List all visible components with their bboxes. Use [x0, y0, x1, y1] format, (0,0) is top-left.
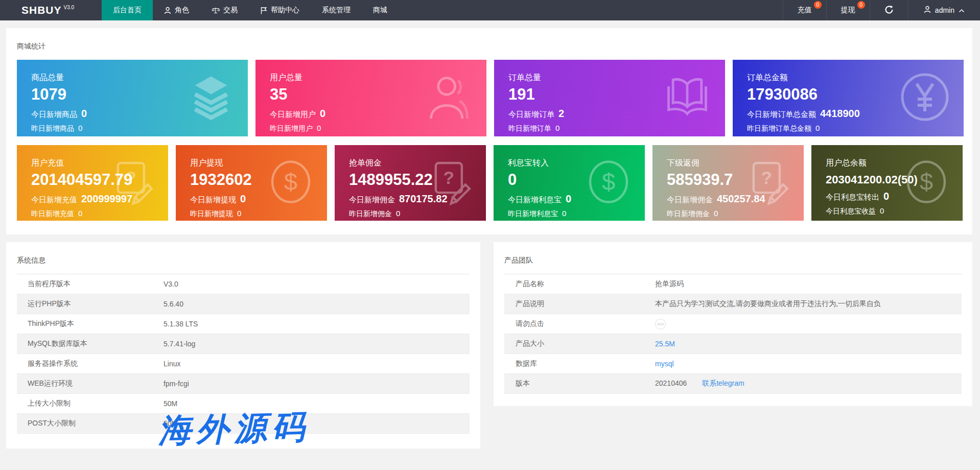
- stats-row-2: 用户充值 201404597.79 今日新增充值200999997 昨日新增充值…: [17, 145, 963, 221]
- layers-icon: [188, 72, 235, 125]
- scales-icon: [212, 7, 220, 14]
- 404-badge-icon[interactable]: 404: [655, 319, 666, 330]
- stat-card-user-recharge: 用户充值 201404597.79 今日新增充值200999997 昨日新增充值…: [17, 145, 168, 221]
- version-value: 20210406: [655, 379, 687, 387]
- stat-card-order-commission: 抢单佣金 1489955.22 今日新增佣金870175.82 昨日新增佣金0 …: [335, 145, 486, 221]
- stat-card-products-total: 商品总量 1079 今日新增商品0 昨日新增商品0: [17, 60, 248, 136]
- user-menu[interactable]: admin: [908, 0, 980, 20]
- table-row: WEB运行环境fpm-fcgi: [17, 374, 470, 394]
- telegram-contact-link[interactable]: 联系telegram: [702, 379, 744, 387]
- stat-line-value: 0: [815, 124, 820, 132]
- person-icon: [424, 70, 473, 126]
- table-row: ThinkPHP版本5.1.38 LTS: [17, 314, 470, 334]
- table-row: 当前程序版本V3.0: [17, 274, 470, 294]
- withdraw-label: 提现: [841, 6, 855, 15]
- mall-stats-panel: 商城统计 商品总量 1079 今日新增商品0 昨日新增商品0 用户总量: [6, 28, 972, 234]
- recharge-badge: 0: [814, 1, 822, 9]
- menu-item-dashboard[interactable]: 后台首页: [102, 0, 153, 20]
- stat-line-label: 今日新增商品: [31, 110, 77, 120]
- dollar-circle-icon: $: [586, 159, 632, 207]
- app-logo[interactable]: SHBUY V3.0: [0, 0, 102, 20]
- menu-label: 后台首页: [113, 6, 142, 15]
- stat-line-value: 0: [396, 209, 400, 218]
- system-info-panel: 系统信息 当前程序版本V3.0 运行PHP版本5.6.40 ThinkPHP版本…: [6, 242, 480, 449]
- stat-line-value: 0: [562, 209, 566, 218]
- document-question-icon: ?: [745, 157, 790, 208]
- stat-line-value: 0: [714, 209, 718, 218]
- flag-icon: [260, 7, 267, 14]
- stat-line-label: 今日新增订单总金额: [747, 110, 816, 120]
- menu-item-help-center[interactable]: 帮助中心: [249, 0, 311, 20]
- stat-card-user-withdraw: 用户提现 1932602 今日新增提现0 昨日新增提现0 $: [176, 145, 327, 221]
- menu-label: 系统管理: [322, 6, 351, 15]
- document-question-icon: ?: [110, 157, 155, 208]
- table-row: POST大小限制50M: [17, 414, 470, 434]
- product-size-link[interactable]: 25.5M: [655, 340, 675, 348]
- refresh-button[interactable]: [870, 0, 908, 20]
- svg-text:?: ?: [761, 168, 773, 187]
- stat-line-value: 0: [880, 206, 884, 215]
- stat-line-value: 0: [566, 193, 571, 205]
- stat-line-label: 今日新增订单: [508, 110, 554, 120]
- document-question-icon: ?: [428, 157, 473, 208]
- menu-item-trade[interactable]: 交易: [200, 0, 249, 20]
- recharge-button[interactable]: 充值 0: [783, 0, 826, 20]
- menu-item-mall[interactable]: 商城: [362, 0, 399, 20]
- withdraw-button[interactable]: 提现 0: [826, 0, 870, 20]
- refresh-icon: [884, 5, 894, 16]
- stat-line-label: 今日利息宝收益: [826, 207, 876, 216]
- table-row: 上传大小限制50M: [17, 394, 470, 414]
- menu-label: 交易: [223, 6, 238, 15]
- stat-line-label: 昨日新增佣金: [667, 209, 710, 219]
- menu-label: 角色: [175, 6, 189, 15]
- nav-spacer: [399, 0, 783, 20]
- stat-line-value: 0: [237, 209, 241, 218]
- stat-line-label: 昨日新增订单: [508, 124, 551, 133]
- stat-card-users-total: 用户总量 35 今日新增用户0 昨日新增用户0: [255, 60, 486, 136]
- stat-line-value: 0: [81, 108, 87, 120]
- nav-right: 充值 0 提现 0: [783, 0, 980, 20]
- stat-line-value: 0: [883, 191, 889, 202]
- stat-card-order-amount-total: 订单总金额 17930086 今日新增订单总金额4418900 昨日新增订单总金…: [733, 60, 964, 136]
- stat-line-label: 昨日新增充值: [31, 209, 74, 219]
- table-row: 产品名称抢单源码: [504, 274, 962, 294]
- dashboard-page: SHBUY V3.0 后台首页 角色: [0, 0, 980, 470]
- table-row: 请勿点击 404: [504, 314, 962, 334]
- system-info-title: 系统信息: [17, 256, 45, 265]
- stat-line-label: 昨日新增用户: [270, 124, 313, 133]
- database-link[interactable]: mysql: [655, 360, 674, 368]
- stat-line-label: 今日新增佣金: [667, 195, 713, 205]
- recharge-label: 充值: [798, 6, 812, 15]
- table-row: 版本 20210406 联系telegram: [504, 374, 962, 394]
- stat-line-value: 2: [558, 108, 564, 120]
- menu-label: 商城: [373, 6, 387, 15]
- logo-text: SHBUY: [21, 4, 62, 16]
- dollar-circle-icon: $: [903, 159, 949, 207]
- top-navbar: SHBUY V3.0 后台首页 角色: [0, 0, 980, 20]
- stat-line-label: 今日新增佣金: [349, 195, 395, 205]
- menu-item-roles[interactable]: 角色: [153, 0, 200, 20]
- stat-line-label: 昨日新增提现: [190, 209, 233, 219]
- yen-circle-icon: [899, 72, 950, 125]
- stat-line-value: 0: [78, 209, 82, 218]
- person-icon: [164, 7, 171, 14]
- dollar-circle-icon: $: [268, 159, 314, 207]
- person-icon: [924, 6, 931, 15]
- stat-card-downline-rebate: 下级返佣 585939.7 今日新增佣金450257.84 昨日新增佣金0 ?: [652, 145, 804, 221]
- stat-line-value: 4418900: [820, 108, 860, 120]
- stat-line-label: 昨日新增商品: [31, 124, 74, 133]
- table-row: MySQL数据库版本5.7.41-log: [17, 334, 470, 354]
- system-info-table: 当前程序版本V3.0 运行PHP版本5.6.40 ThinkPHP版本5.1.3…: [17, 274, 470, 434]
- stat-line-label: 昨日新增佣金: [349, 209, 392, 219]
- chevron-up-icon: [959, 6, 965, 14]
- stat-card-orders-total: 订单总量 191 今日新增订单2 昨日新增订单0: [494, 60, 725, 136]
- stat-line-value: 0: [78, 124, 82, 132]
- svg-text:?: ?: [126, 168, 136, 187]
- stat-line-value: 0: [555, 124, 559, 132]
- table-row: 产品大小 25.5M: [504, 334, 962, 354]
- menu-item-system-settings[interactable]: 系统管理: [311, 0, 362, 20]
- logo-version: V3.0: [64, 5, 75, 10]
- stat-line-label: 今日新增提现: [190, 195, 236, 205]
- table-row: 产品说明本产品只为学习测试交流,请勿要做商业或者用于违法行为,一切后果自负: [504, 294, 962, 314]
- stat-line-label: 昨日新增利息宝: [508, 209, 558, 219]
